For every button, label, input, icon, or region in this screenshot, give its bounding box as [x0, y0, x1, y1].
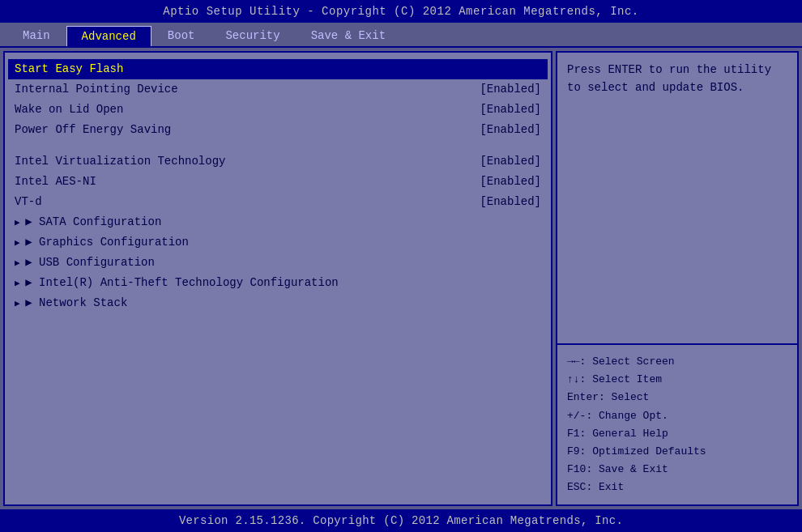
- title-bar: Aptio Setup Utility - Copyright (C) 2012…: [0, 0, 802, 23]
- key-legend-item: F9: Optimized Defaults: [567, 443, 787, 461]
- item-label: Internal Pointing Device: [15, 81, 178, 98]
- menu-item-intel-virtualization-technology[interactable]: Intel Virtualization Technology[Enabled]: [8, 151, 548, 172]
- item-label: VT-d: [15, 194, 42, 211]
- title-text: Aptio Setup Utility - Copyright (C) 2012…: [163, 5, 639, 18]
- item-label: ▶ Network Stack: [15, 295, 127, 312]
- menu-item-network-stack[interactable]: ▶ Network Stack: [8, 293, 548, 313]
- key-legend-item: →←: Select Screen: [567, 353, 787, 371]
- right-panel: Press ENTER to run the utility to select…: [556, 51, 799, 506]
- menu-item-vt-d[interactable]: VT-d[Enabled]: [8, 192, 548, 212]
- menu-item-power-off-energy-saving[interactable]: Power Off Energy Saving[Enabled]: [8, 120, 548, 140]
- nav-tab-save---exit[interactable]: Save & Exit: [296, 26, 400, 46]
- item-label: Start Easy Flash: [15, 61, 123, 78]
- key-legend-item: ↑↓: Select Item: [567, 371, 787, 389]
- nav-tab-security[interactable]: Security: [211, 26, 294, 46]
- menu-item-graphics-configuration[interactable]: ▶ Graphics Configuration: [8, 232, 548, 253]
- item-label: ▶ Intel(R) Anti-Theft Technology Configu…: [15, 275, 339, 292]
- key-legend-item: ESC: Exit: [567, 479, 787, 496]
- item-value: [Enabled]: [480, 121, 541, 138]
- nav-tab-advanced[interactable]: Advanced: [66, 26, 151, 46]
- nav-tab-main[interactable]: Main: [8, 26, 65, 46]
- item-label: Intel Virtualization Technology: [15, 153, 225, 170]
- left-panel: Start Easy FlashInternal Pointing Device…: [3, 51, 552, 506]
- key-legend-item: +/-: Change Opt.: [567, 407, 787, 425]
- main-content: Start Easy FlashInternal Pointing Device…: [0, 48, 802, 509]
- footer: Version 2.15.1236. Copyright (C) 2012 Am…: [0, 509, 802, 532]
- item-value: [Enabled]: [480, 194, 541, 211]
- footer-text: Version 2.15.1236. Copyright (C) 2012 Am…: [179, 514, 623, 527]
- item-label: Intel AES-NI: [15, 173, 96, 190]
- item-label: ▶ SATA Configuration: [15, 214, 161, 231]
- help-text: Press ENTER to run the utility to select…: [557, 53, 797, 343]
- nav-bar: MainAdvancedBootSecuritySave & Exit: [0, 23, 802, 48]
- item-label: Power Off Energy Saving: [15, 121, 171, 138]
- menu-item-intel-r-anti-theft-technology-configuration[interactable]: ▶ Intel(R) Anti-Theft Technology Configu…: [8, 273, 548, 293]
- menu-spacer: [8, 140, 548, 151]
- menu-item-start-easy-flash[interactable]: Start Easy Flash: [8, 59, 548, 79]
- item-value: [Enabled]: [480, 173, 541, 190]
- key-legend-item: Enter: Select: [567, 389, 787, 406]
- key-legend-item: F10: Save & Exit: [567, 461, 787, 479]
- menu-item-intel-aes-ni[interactable]: Intel AES-NI[Enabled]: [8, 172, 548, 192]
- item-label: ▶ USB Configuration: [15, 254, 155, 271]
- item-value: [Enabled]: [480, 81, 541, 98]
- menu-item-wake-on-lid-open[interactable]: Wake on Lid Open[Enabled]: [8, 100, 548, 120]
- item-value: [Enabled]: [480, 153, 541, 170]
- key-legend: →←: Select Screen↑↓: Select ItemEnter: S…: [557, 343, 797, 504]
- menu-item-internal-pointing-device[interactable]: Internal Pointing Device[Enabled]: [8, 79, 548, 100]
- menu-item-usb-configuration[interactable]: ▶ USB Configuration: [8, 253, 548, 273]
- nav-tab-boot[interactable]: Boot: [153, 26, 210, 46]
- menu-item-sata-configuration[interactable]: ▶ SATA Configuration: [8, 212, 548, 232]
- key-legend-item: F1: General Help: [567, 425, 787, 443]
- item-value: [Enabled]: [480, 101, 541, 118]
- item-label: ▶ Graphics Configuration: [15, 234, 189, 251]
- item-label: Wake on Lid Open: [15, 101, 123, 118]
